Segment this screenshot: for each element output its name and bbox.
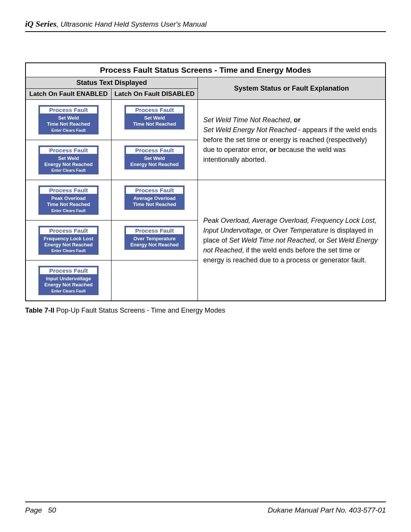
col-latch-disabled: Latch On Fault DISABLED [112, 89, 198, 100]
popup-line: Time Not Reached [38, 201, 99, 208]
table-title: Process Fault Status Screens - Time and … [25, 63, 386, 77]
page-label: Page [25, 506, 42, 514]
popup-line: Input Undervoltage [38, 276, 99, 282]
page-footer: Page 50 Dukane Manual Part No. 403-577-0… [25, 502, 386, 514]
popup-avg-overload-disabled: Process Fault Average Overload Time Not … [124, 185, 185, 210]
cell-disabled-2b: Process Fault Over Temperature Energy No… [112, 220, 198, 260]
caption-text: Pop-Up Fault Status Screens - Time and E… [54, 307, 225, 314]
cell-enabled-2a: Process Fault Peak Overload Time Not Rea… [25, 180, 112, 220]
popup-set-weld-energy-disabled: Process Fault Set Weld Energy Not Reache… [124, 145, 185, 170]
explain-bold: or [269, 146, 276, 153]
popup-line: Set Weld [124, 115, 185, 121]
popup-line: Time Not Reached [124, 201, 185, 208]
popup-line: Frequency Lock Lost [38, 236, 99, 242]
popup-title: Process Fault [126, 147, 183, 154]
cell-enabled-2b: Process Fault Frequency Lock Lost Energy… [25, 220, 112, 260]
col-latch-enabled: Latch On Fault ENABLED [25, 89, 112, 100]
popup-line: Over Temperature [124, 236, 185, 242]
popup-clear: Enter Clears Fault [38, 289, 99, 293]
popup-title: Process Fault [126, 227, 183, 235]
explanation-cell-2: Peak Overload, Average Overload, Frequen… [198, 180, 386, 301]
fault-status-table: Process Fault Status Screens - Time and … [25, 62, 386, 301]
popup-title: Process Fault [40, 147, 97, 154]
popup-line: Set Weld [38, 115, 99, 121]
explain-text: Set Weld Energy Not Reached [203, 126, 296, 134]
popup-peak-overload-enabled: Process Fault Peak Overload Time Not Rea… [38, 185, 99, 215]
popup-clear: Enter Clears Fault [38, 248, 99, 253]
page-number: 50 [48, 506, 56, 514]
explain-text: Over Temperature [273, 227, 328, 234]
cell-disabled-2a: Process Fault Average Overload Time Not … [112, 180, 198, 220]
popup-title: Process Fault [40, 227, 97, 235]
popup-title: Process Fault [126, 187, 183, 194]
popup-line: Energy Not Reached [38, 161, 99, 168]
explain-text: Set Weld Time not Reached [229, 236, 315, 244]
popup-freq-lock-enabled: Process Fault Frequency Lock Lost Energy… [38, 226, 99, 255]
popup-clear: Enter Clears Fault [38, 168, 99, 173]
explain-text: , or [315, 236, 327, 244]
popup-line: Energy Not Reached [124, 161, 185, 168]
footer-right: Dukane Manual Part No. 403-577-01 [268, 506, 386, 514]
cell-disabled-1b: Process Fault Set Weld Energy Not Reache… [112, 140, 198, 180]
explain-text: Set Weld Time Not Reached [203, 116, 290, 124]
popup-title: Process Fault [126, 106, 183, 114]
cell-enabled-1a: Process Fault Set Weld Time Not Reached … [25, 100, 112, 140]
manual-title: , Ultrasonic Hand Held Systems User's Ma… [57, 20, 207, 28]
popup-set-weld-energy-enabled: Process Fault Set Weld Energy Not Reache… [38, 145, 99, 175]
popup-line: Time Not Reached [38, 121, 99, 127]
running-header: iQ Series, Ultrasonic Hand Held Systems … [25, 19, 386, 32]
table-caption: Table 7-II Pop-Up Fault Status Screens -… [25, 307, 386, 315]
popup-clear: Enter Clears Fault [38, 128, 99, 133]
explain-text: or [263, 227, 273, 234]
cell-enabled-1b: Process Fault Set Weld Energy Not Reache… [25, 140, 112, 180]
popup-over-temp-disabled: Process Fault Over Temperature Energy No… [124, 226, 185, 250]
popup-clear: Enter Clears Fault [38, 208, 99, 213]
popup-line: Energy Not Reached [38, 282, 99, 288]
popup-line: Set Weld [38, 155, 99, 161]
popup-input-undervoltage-enabled: Process Fault Input Undervoltage Energy … [38, 266, 99, 295]
popup-line: Set Weld [124, 155, 185, 161]
explain-bold: or [294, 116, 301, 124]
cell-disabled-2c-empty [112, 260, 198, 301]
popup-line: Peak Overload [38, 195, 99, 201]
cell-disabled-1a: Process Fault Set Weld Time Not Reached [112, 100, 198, 140]
popup-title: Process Fault [40, 267, 97, 275]
series-name: iQ Series [25, 19, 57, 29]
popup-set-weld-time-enabled: Process Fault Set Weld Time Not Reached … [38, 105, 99, 134]
popup-line: Time Not Reached [124, 121, 185, 127]
footer-left: Page 50 [25, 506, 56, 514]
popup-set-weld-time-disabled: Process Fault Set Weld Time Not Reached [124, 105, 185, 129]
explanation-cell-1: Set Weld Time Not Reached, or Set Weld E… [198, 100, 386, 180]
caption-label: Table 7-II [25, 307, 54, 314]
popup-title: Process Fault [40, 106, 97, 114]
explain-text: , [290, 116, 294, 124]
popup-title: Process Fault [40, 187, 97, 194]
popup-line: Average Overload [124, 195, 185, 201]
explanation-header: System Status or Fault Explanation [198, 77, 386, 100]
popup-line: Energy Not Reached [38, 242, 99, 248]
cell-enabled-2c: Process Fault Input Undervoltage Energy … [25, 260, 112, 301]
popup-line: Energy Not Reached [124, 242, 185, 248]
status-text-header: Status Text Displayed [25, 77, 198, 89]
